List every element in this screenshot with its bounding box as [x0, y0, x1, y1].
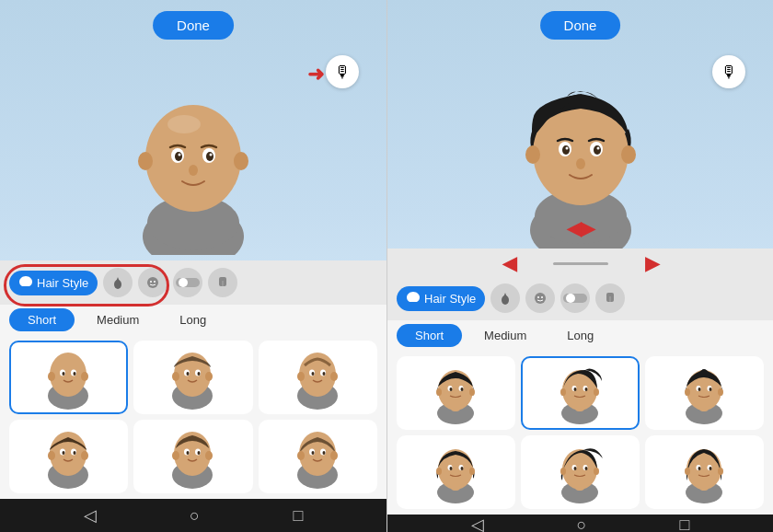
svg-point-75 [311, 451, 314, 455]
done-button-left[interactable]: Done [153, 11, 234, 40]
svg-point-129 [436, 468, 442, 475]
svg-point-27 [81, 372, 88, 381]
svg-point-49 [322, 372, 325, 376]
mic-symbol-right: 🎙 [721, 63, 737, 82]
svg-point-17 [150, 281, 152, 283]
svg-point-128 [438, 449, 473, 490]
svg-point-148 [718, 468, 723, 475]
hair-option-3-left[interactable] [259, 341, 377, 414]
svg-point-36 [205, 372, 213, 381]
svg-point-72 [330, 451, 338, 460]
svg-point-106 [450, 387, 453, 391]
category-tabs-container-left: Hair Style [0, 260, 386, 305]
svg-point-39 [187, 372, 190, 376]
svg-point-87 [565, 147, 568, 150]
svg-point-58 [74, 451, 76, 455]
hair-grid-right [387, 351, 773, 515]
svg-point-146 [686, 449, 721, 490]
svg-point-40 [198, 372, 201, 376]
length-medium-left[interactable]: Medium [78, 308, 157, 331]
hair-option-2-left[interactable] [133, 341, 252, 414]
svg-marker-15 [116, 277, 120, 282]
hair-option-1-left[interactable] [9, 341, 128, 414]
svg-point-107 [461, 387, 464, 391]
length-medium-right[interactable]: Medium [466, 324, 545, 347]
svg-point-139 [594, 468, 599, 475]
svg-point-147 [685, 468, 690, 475]
length-long-right[interactable]: Long [548, 324, 612, 347]
tab-toggle-right[interactable] [560, 283, 590, 313]
length-long-left[interactable]: Long [161, 308, 225, 331]
svg-point-112 [594, 388, 599, 396]
svg-point-130 [469, 468, 475, 475]
length-short-right[interactable]: Short [397, 324, 462, 347]
done-button-right[interactable]: Done [540, 11, 621, 40]
svg-point-16 [147, 277, 158, 288]
tab-body-right[interactable] [595, 283, 625, 313]
swipe-arrows-right: ◀▶ [387, 217, 773, 239]
tab-face-right[interactable] [525, 283, 555, 313]
nav-back-right[interactable]: ◁ [471, 515, 484, 532]
tab-hairstyle-left[interactable]: Hair Style [9, 271, 98, 295]
nav-back-left[interactable]: ◁ [84, 505, 97, 526]
svg-point-62 [172, 451, 179, 460]
svg-point-26 [48, 372, 55, 381]
hair-option-6-right[interactable] [645, 435, 764, 509]
right-phone-panel: Done 🎙 [386, 0, 773, 532]
mic-icon-right[interactable]: 🎙 [712, 55, 745, 88]
hair-option-4-left[interactable] [9, 420, 128, 493]
svg-point-138 [560, 468, 566, 475]
length-tabs-right: Short Medium Long [387, 320, 773, 351]
svg-point-143 [585, 467, 588, 470]
svg-point-89 [576, 158, 585, 169]
nav-recent-right[interactable]: □ [680, 515, 690, 533]
tab-color-left[interactable] [103, 268, 133, 297]
tab-hairstyle-label-left: Hair Style [37, 276, 88, 290]
hair-option-5-right[interactable] [521, 435, 640, 509]
nav-bar-right: ◁ ○ □ [387, 515, 773, 532]
bottom-panel-left: Hair Style [0, 260, 386, 499]
svg-point-20 [179, 278, 188, 287]
svg-point-18 [154, 281, 156, 283]
svg-point-115 [574, 387, 577, 391]
svg-point-134 [461, 467, 464, 470]
svg-point-13 [167, 115, 201, 133]
nav-recent-left[interactable]: □ [293, 506, 303, 526]
tab-body-left[interactable] [208, 268, 237, 297]
length-short-left[interactable]: Short [9, 308, 75, 331]
svg-point-66 [187, 451, 190, 455]
hair-option-2-right[interactable] [521, 356, 640, 430]
hair-option-5-left[interactable] [133, 420, 252, 493]
hair-option-3-right[interactable] [645, 356, 764, 430]
svg-point-48 [311, 372, 314, 376]
tab-toggle-left[interactable] [173, 268, 202, 297]
svg-point-81 [525, 145, 540, 164]
svg-point-125 [710, 387, 712, 391]
mic-icon-left[interactable]: 🎙 [326, 55, 359, 88]
svg-point-94 [541, 296, 543, 298]
svg-point-96 [566, 294, 575, 303]
tab-hairstyle-label-right: Hair Style [424, 292, 476, 306]
nav-home-left[interactable]: ○ [190, 506, 200, 526]
hair-icon-right [406, 291, 421, 306]
tab-face-left[interactable] [138, 268, 167, 297]
svg-point-54 [81, 451, 88, 460]
swipe-right-arrow: ▶ [645, 252, 659, 274]
svg-point-35 [172, 372, 179, 381]
tab-color-right[interactable] [490, 283, 520, 313]
svg-point-8 [175, 152, 182, 161]
svg-point-151 [698, 467, 701, 470]
hair-option-6-left[interactable] [259, 420, 377, 493]
svg-point-71 [297, 451, 305, 460]
svg-marker-91 [503, 293, 507, 297]
svg-point-133 [450, 467, 453, 470]
svg-point-103 [469, 388, 475, 396]
svg-point-82 [621, 145, 636, 164]
hair-option-1-right[interactable] [397, 356, 515, 430]
hair-option-4-right[interactable] [397, 435, 515, 509]
svg-point-111 [560, 388, 566, 396]
svg-point-9 [206, 152, 213, 161]
svg-point-67 [198, 451, 201, 455]
nav-home-right[interactable]: ○ [577, 515, 587, 533]
tab-hairstyle-right[interactable]: Hair Style [397, 286, 485, 311]
